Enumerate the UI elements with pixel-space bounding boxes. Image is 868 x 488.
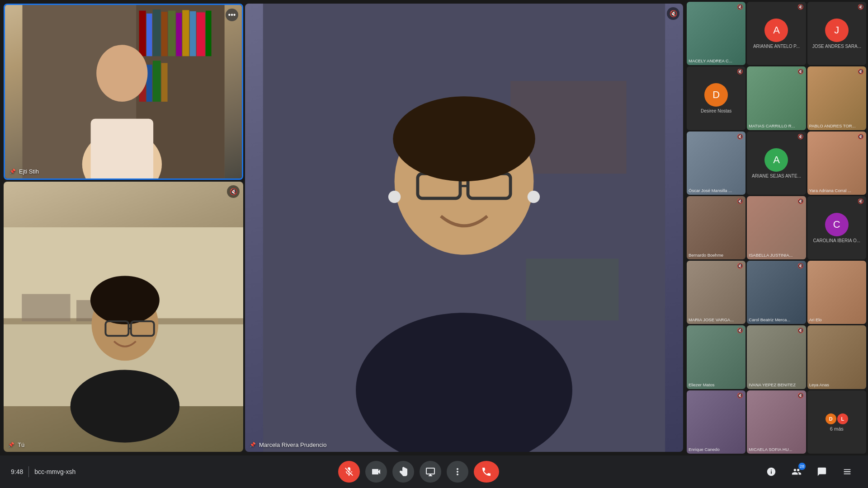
- svg-point-16: [96, 45, 147, 102]
- tile-marcela[interactable]: 🔇 📌 Marcela Rivera Prudencio: [245, 4, 683, 452]
- info-button[interactable]: [761, 462, 781, 482]
- more-options-button[interactable]: [447, 461, 468, 483]
- mute-button[interactable]: [338, 461, 360, 483]
- camera-button[interactable]: [365, 461, 387, 483]
- ariane-sejas-avatar: A: [764, 148, 788, 172]
- carolina-name: CAROLINA IBERIA O...: [812, 238, 861, 244]
- sidebar-tile-bernardo[interactable]: 🔇 Bernardo Boehme: [687, 196, 745, 259]
- svg-rect-11: [206, 11, 212, 56]
- present-button[interactable]: [420, 461, 441, 483]
- more-avatar-2: L: [837, 413, 848, 424]
- oscar-name: Óscar José Mansilla ...: [689, 188, 744, 193]
- eliezer-mute: 🔇: [737, 328, 743, 333]
- ivana-name: IVANA YEPEZ BENITEZ: [749, 382, 804, 387]
- tu-pin-icon: 📌: [8, 442, 14, 448]
- eliezer-name: Eliezer Matos: [689, 382, 744, 387]
- people-button[interactable]: 28: [787, 462, 807, 482]
- svg-point-26: [393, 96, 535, 181]
- hand-button[interactable]: [392, 461, 414, 483]
- carol-mute: 🔇: [797, 263, 804, 269]
- svg-point-28: [388, 191, 401, 203]
- sidebar-tile-jose[interactable]: J 🔇 JOSE ANDRES SARA...: [807, 2, 866, 65]
- svg-rect-18: [91, 119, 153, 178]
- activities-button[interactable]: [837, 462, 857, 482]
- pablo-name: PABLO ANDRES TOR...: [809, 123, 864, 128]
- arianne-avatar: A: [764, 19, 788, 42]
- jose-name: JOSE ANDRES SARA...: [811, 44, 862, 49]
- sidebar-tile-leya[interactable]: Leya Anas: [807, 325, 866, 389]
- svg-rect-6: [168, 11, 175, 56]
- enrique-name: Enrique Canedo: [689, 447, 744, 452]
- sidebar-tile-ari[interactable]: Ari Elo: [807, 261, 866, 324]
- isabella-name: ISABELLA JUSTINIA...: [749, 253, 804, 258]
- sidebar-tile-maria-jose[interactable]: 🔇 MARIA JOSE VARGA...: [687, 261, 745, 324]
- sidebar-tile-ivana[interactable]: 🔇 IVANA YEPEZ BENITEZ: [747, 325, 806, 389]
- sidebar-tile-macely[interactable]: 🔇 MACELY ANDREA C...: [687, 2, 745, 65]
- svg-rect-8: [182, 10, 189, 56]
- isabella-mute: 🔇: [797, 198, 804, 204]
- marcela-label: 📌 Marcela Rivera Prudencio: [250, 441, 327, 448]
- toolbar-center: [338, 461, 499, 483]
- marcela-mute-icon: 🔇: [667, 7, 679, 20]
- sidebar-tile-desiree[interactable]: D 🔇 Desiree Nostas: [687, 66, 745, 130]
- svg-rect-7: [176, 13, 182, 56]
- ejti-label: 📌 Ejti Stih: [9, 168, 39, 175]
- people-badge: 28: [798, 463, 806, 470]
- ariane-sejas-mute: 🔇: [797, 134, 804, 140]
- sidebar-tile-micaela[interactable]: 🔇 MICAELA SOFIA HU...: [747, 390, 806, 454]
- svg-rect-14: [153, 61, 161, 102]
- toolbar-divider: [28, 466, 29, 477]
- svg-rect-34: [22, 294, 70, 321]
- chat-button[interactable]: [812, 462, 832, 482]
- sidebar-tile-carolina[interactable]: C 🔇 CAROLINA IBERIA O...: [807, 196, 866, 259]
- micaela-mute: 🔇: [797, 393, 804, 399]
- tu-mute-icon: 🔇: [227, 185, 240, 198]
- tu-label: 📌 Tú: [8, 441, 24, 448]
- carol-name: Carol Beatriz Merca...: [749, 317, 804, 322]
- svg-rect-9: [190, 11, 196, 56]
- svg-rect-10: [197, 12, 205, 56]
- tile-ejti[interactable]: ••• 📌 Ejti Stih: [4, 4, 243, 180]
- more-label: 6 más: [830, 426, 844, 432]
- sidebar-tile-more[interactable]: D L 6 más: [807, 390, 866, 454]
- svg-point-41: [71, 370, 180, 442]
- carolina-mute: 🔇: [858, 198, 864, 204]
- yara-mute: 🔇: [858, 134, 864, 140]
- jose-mute: 🔇: [858, 4, 864, 10]
- ejti-pin-icon: 📌: [9, 169, 16, 174]
- svg-rect-5: [161, 12, 168, 56]
- main-videos: ••• 📌 Ejti Stih: [0, 0, 685, 455]
- sidebar-tile-matias[interactable]: 🔇 MATIAS CARRILLO R...: [747, 66, 806, 130]
- sidebar-tile-isabella[interactable]: 🔇 ISABELLA JUSTINIA...: [747, 196, 806, 259]
- sidebar-tile-oscar[interactable]: 🔇 Óscar José Mansilla ...: [687, 131, 745, 195]
- ivana-mute: 🔇: [797, 328, 804, 333]
- video-area: ••• 📌 Ejti Stih: [0, 0, 868, 455]
- ariane-sejas-name: ARIANE SEJAS ANTE...: [751, 174, 802, 179]
- ari-name: Ari Elo: [809, 317, 864, 322]
- macely-mute: 🔇: [737, 4, 743, 10]
- svg-rect-4: [153, 9, 161, 56]
- sidebar-tile-carol[interactable]: 🔇 Carol Beatriz Merca...: [747, 261, 806, 324]
- svg-rect-2: [139, 11, 146, 56]
- sidebar-tile-pablo[interactable]: 🔇 PABLO ANDRES TOR...: [807, 66, 866, 130]
- svg-point-29: [528, 191, 540, 203]
- ejti-options-btn[interactable]: •••: [226, 9, 238, 21]
- svg-rect-21: [526, 258, 618, 320]
- maria-jose-mute: 🔇: [737, 263, 743, 269]
- ejti-name: Ejti Stih: [19, 168, 39, 175]
- toolbar-time: 9:48: [11, 468, 23, 475]
- end-call-button[interactable]: [474, 461, 499, 483]
- tile-tu[interactable]: 🔇 📌 Tú: [4, 182, 243, 452]
- toolbar-meeting-code: bcc-mmvg-xsh: [34, 468, 75, 475]
- macely-name: MACELY ANDREA C...: [689, 58, 744, 63]
- sidebar-tile-eliezer[interactable]: 🔇 Eliezer Matos: [687, 325, 745, 389]
- svg-point-37: [90, 276, 160, 324]
- sidebar-tile-yara[interactable]: 🔇 Yara Adriana Corral ...: [807, 131, 866, 195]
- oscar-mute: 🔇: [737, 134, 743, 140]
- sidebar-tile-enrique[interactable]: 🔇 Enrique Canedo: [687, 390, 745, 454]
- sidebar-tile-ariane-sejas[interactable]: A 🔇 ARIANE SEJAS ANTE...: [747, 131, 806, 195]
- sidebar: 🔇 MACELY ANDREA C... A 🔇 ARIANNE ANTELO …: [685, 0, 868, 455]
- sidebar-tile-arianne[interactable]: A 🔇 ARIANNE ANTELO P...: [747, 2, 806, 65]
- micaela-name: MICAELA SOFIA HU...: [749, 447, 804, 452]
- more-avatar-1: D: [826, 413, 836, 424]
